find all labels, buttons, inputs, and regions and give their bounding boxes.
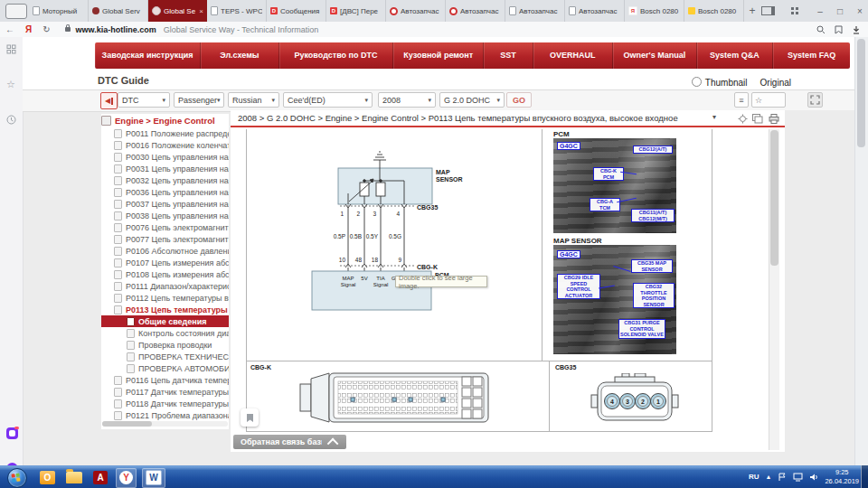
tree-item-p0038[interactable]: P0038 Цепь управления нагрев [101, 210, 229, 221]
language-select[interactable]: Russian▾ [228, 92, 279, 108]
hidden-icons-icon[interactable]: ▲ [766, 474, 772, 480]
breadcrumb-dropdown-icon[interactable]: ▾ [712, 113, 716, 121]
collapse-panel-button[interactable]: ◀ [100, 92, 118, 109]
fullscreen-button[interactable] [807, 92, 823, 108]
tree-item-p0077[interactable]: P0077 Цепь электромагнитного [101, 233, 229, 245]
thumbnail-radio[interactable]: Thumbnail [692, 77, 748, 88]
tableau-grid-icon[interactable] [6, 44, 16, 54]
browser-tab[interactable]: Автозапчас [386, 0, 446, 22]
feedback-button[interactable]: Обратная связь базы [233, 435, 335, 449]
bookmark-page-button[interactable] [241, 408, 259, 427]
print-icon[interactable] [769, 114, 779, 124]
side-panel-icon[interactable] [758, 0, 778, 22]
close-tab-icon[interactable]: × [199, 7, 203, 15]
browser-tab-active[interactable]: Global Se× [148, 0, 207, 22]
tree-item-p0036[interactable]: P0036 Цепь управления нагрев [101, 186, 229, 198]
browser-tab[interactable]: D[ДВС] Пере [326, 0, 386, 22]
original-radio[interactable]: Original [760, 78, 791, 88]
browser-tab[interactable]: Global Serv [89, 0, 148, 22]
show-desktop-button[interactable] [861, 465, 868, 488]
tree-item-vehicle-check[interactable]: ПРОВЕРКА АВТОМОБИЛЯ [101, 362, 229, 374]
tree-item-p0032[interactable]: P0032 Цепь управления нагрев [101, 174, 229, 186]
tab-list-icon[interactable] [5, 4, 27, 19]
tree-item-p0108[interactable]: P0108 Цепь измерения абсолю [101, 268, 229, 280]
tree-item-p0106[interactable]: P0106 Абсолютное давление в [101, 245, 229, 257]
tree-item-p0118[interactable]: P0118 Датчик температуры охл [101, 398, 229, 409]
tree-item-p0031[interactable]: P0031 Цепь управления нагрев [101, 163, 229, 174]
bookmark-flag-icon[interactable] [835, 25, 843, 34]
tree-item-p0116[interactable]: P0116 Цепь датчика температу [101, 374, 229, 386]
zoom-icon[interactable] [816, 25, 826, 34]
taskbar-acrobat[interactable]: A [90, 469, 110, 487]
images-icon[interactable] [752, 114, 763, 124]
map-sensor-photo[interactable]: G4GC CBG35 MAP SENSOR CBG29 IDLE SPEED C… [553, 245, 676, 354]
language-indicator[interactable]: RU [749, 473, 760, 481]
tree-root[interactable]: Engine > Engine Control [101, 114, 229, 127]
bookmarks-star-icon[interactable]: ☆ [6, 79, 15, 90]
doc-type-select[interactable]: DTC▾ [118, 92, 170, 108]
tree-item-p0037[interactable]: P0037 Цепь управления нагрев [101, 198, 229, 210]
browser-tab[interactable]: Автозапчас [565, 0, 625, 22]
minimize-button[interactable]: – [810, 0, 830, 22]
volume-icon[interactable] [809, 473, 818, 482]
pcm-photo[interactable]: G4GC CBG12(A/T) CBG-K PCM CBG-A TCM CBG1… [553, 138, 676, 233]
nav-wiring[interactable]: Эл.схемы [201, 42, 279, 69]
tree-item-general-info-selected[interactable]: Общие сведения [101, 315, 229, 327]
settings-gear-icon[interactable] [738, 114, 748, 124]
maximize-button[interactable]: □ [830, 0, 850, 22]
history-clock-icon[interactable] [6, 115, 16, 125]
scroll-top-button[interactable] [322, 435, 346, 449]
tree-item-p0011[interactable]: P0011 Положение распределит [101, 127, 229, 139]
vehicle-class-select[interactable]: Passenger▾ [174, 92, 224, 108]
year-select[interactable]: 2008▾ [378, 92, 436, 108]
network-icon[interactable] [793, 473, 803, 482]
go-button[interactable]: GO [506, 92, 532, 108]
taskbar-word[interactable]: W [142, 468, 165, 488]
back-icon[interactable]: ← [5, 25, 14, 34]
browser-tab[interactable]: ЯBosch 0280 [625, 0, 684, 22]
browser-scrollbar[interactable] [854, 37, 868, 465]
url-text[interactable]: www.kia-hotline.com [76, 25, 156, 34]
nav-system-qa[interactable]: System Q&A [697, 42, 774, 69]
nav-owners-manual[interactable]: Owner's Manual [613, 42, 696, 69]
browser-tab[interactable]: DСообщения [267, 0, 326, 22]
browser-tab[interactable]: Автозапчас [505, 0, 565, 22]
nav-body-repair[interactable]: Кузовной ремонт [393, 42, 484, 69]
tree-item-p0113-open[interactable]: P0113 Цепь температуры впу [101, 304, 229, 315]
tree-item-p0117[interactable]: P0117 Датчик температуры охл [101, 386, 229, 398]
browser-tab[interactable]: Автозапчас [446, 0, 505, 22]
nav-system-faq[interactable]: System FAQ [773, 42, 850, 69]
start-button[interactable] [7, 468, 27, 488]
model-select[interactable]: Cee'd(ED)▾ [283, 92, 373, 108]
tree-item-tech-check[interactable]: ПРОВЕРКА ТЕХНИЧЕСКО [101, 351, 229, 362]
yandex-button[interactable]: Я [25, 24, 32, 34]
tree-item-diagnostic-state[interactable]: Контроль состояния диагно [101, 327, 229, 339]
tree-item-p0111[interactable]: P0111 Диапазон/характеристик [101, 280, 229, 292]
tree-item-p0016[interactable]: P0016 Положение коленчатого [101, 139, 229, 151]
clock[interactable]: 9:25 26.04.2019 [825, 468, 859, 485]
download-icon[interactable] [852, 25, 861, 34]
nav-factory-manual[interactable]: Заводская инструкция [95, 42, 201, 69]
tree-item-p0030[interactable]: P0030 Цепь управления нагрев [101, 151, 229, 163]
taskbar-explorer[interactable] [63, 469, 85, 487]
taskbar-outlook[interactable]: O [37, 469, 58, 487]
tree-horizontal-scrollbar[interactable] [102, 421, 228, 427]
tree-item-wiring-check[interactable]: Проверка проводки [101, 339, 229, 351]
tree-item-p0112[interactable]: P0112 Цепь температуры впус [101, 292, 229, 304]
browser-tab[interactable]: Моторный [29, 0, 89, 22]
nav-overhaul[interactable]: OVERHAUL [533, 42, 614, 69]
taskbar-yandex-browser[interactable]: Y [116, 468, 137, 488]
refresh-icon[interactable]: ↻ [42, 25, 50, 34]
tab-groups-icon[interactable] [785, 0, 805, 22]
list-view-button[interactable]: ≡ [734, 92, 749, 108]
wiring-schematic[interactable]: MAP SENSOR 1 2 3 4 CBG35 0.5P 0.5B 0.5Y … [246, 129, 542, 361]
nav-sst[interactable]: SST [484, 42, 533, 69]
favorite-search-button[interactable]: ☆ [751, 92, 786, 108]
browser-tab[interactable]: TEPS - WPC [207, 0, 267, 22]
action-center-flag-icon[interactable] [778, 473, 787, 482]
tree-item-p0107[interactable]: P0107 Цепь измерения абсолю [101, 257, 229, 268]
yandex-disk-icon[interactable] [6, 427, 18, 439]
engine-select[interactable]: G 2.0 DOHC▾ [439, 92, 505, 108]
content-scrollbar[interactable] [769, 129, 779, 450]
tree-item-p0121[interactable]: P0121 Проблема диапазона/ха [101, 409, 229, 421]
